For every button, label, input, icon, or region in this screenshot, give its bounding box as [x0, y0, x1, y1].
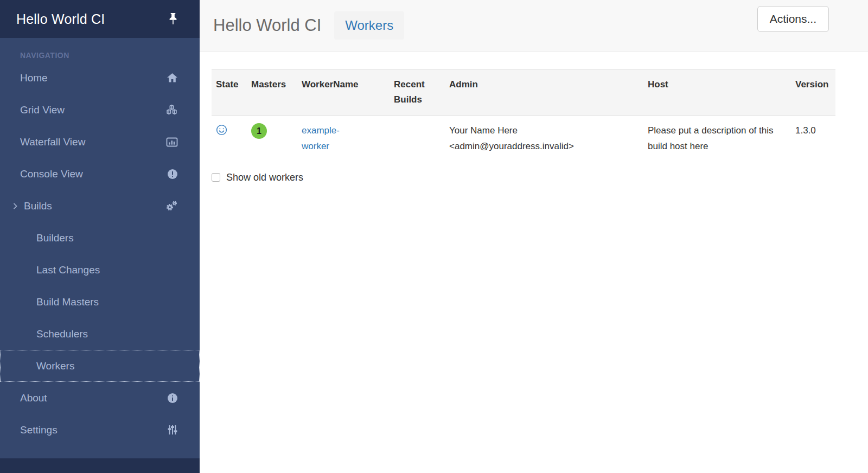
sidebar-item-workers[interactable]: Workers: [0, 350, 200, 382]
col-header-admin: Admin: [445, 69, 643, 116]
sidebar-item-home[interactable]: Home: [0, 62, 200, 94]
sidebar-nav: NAVIGATION Home Grid View Waterf: [0, 38, 200, 458]
worker-connected-smiley-icon: [216, 124, 227, 141]
sidebar: Hello World CI NAVIGATION Home Grid V: [0, 0, 200, 473]
masters-count-badge: 1: [251, 123, 267, 139]
sidebar-item-grid-view[interactable]: Grid View: [0, 94, 200, 126]
worker-host-cell: Please put a description of this build h…: [643, 116, 791, 162]
table-row: 1 example-worker Your Name Here <admin@y…: [212, 116, 835, 162]
col-header-version: Version: [791, 69, 835, 116]
page-title: Hello World CI: [213, 16, 321, 35]
worker-masters-cell: 1: [247, 116, 297, 162]
content: State Masters WorkerName Recent Builds A…: [200, 52, 868, 183]
sidebar-item-label: Schedulers: [36, 328, 88, 340]
sidebar-item-label: Waterfall View: [20, 136, 85, 148]
worker-admin-cell: Your Name Here <admin@youraddress.invali…: [445, 116, 643, 162]
worker-name-cell: example-worker: [297, 116, 390, 162]
sidebar-item-label: Settings: [20, 424, 58, 436]
show-old-workers-label: Show old workers: [226, 172, 303, 183]
col-header-host: Host: [643, 69, 791, 116]
table-header-row: State Masters WorkerName Recent Builds A…: [212, 69, 835, 116]
sidebar-item-waterfall-view[interactable]: Waterfall View: [0, 126, 200, 158]
sidebar-brand[interactable]: Hello World CI: [16, 11, 105, 27]
show-old-workers-checkbox[interactable]: [212, 173, 220, 182]
sidebar-item-label: Last Changes: [36, 264, 100, 276]
topbar: Hello World CI Workers Actions...: [200, 0, 868, 52]
sidebar-item-build-masters[interactable]: Build Masters: [0, 286, 200, 318]
app-window: Hello World CI NAVIGATION Home Grid V: [0, 0, 868, 473]
col-header-workername: WorkerName: [297, 69, 390, 116]
worker-name-link[interactable]: example-worker: [302, 123, 356, 155]
sliders-icon: [167, 424, 178, 436]
sidebar-item-label: Home: [20, 72, 48, 84]
home-icon: [167, 72, 178, 84]
worker-version-cell: 1.3.0: [791, 116, 835, 162]
sidebar-header: Hello World CI: [0, 0, 200, 38]
pin-icon[interactable]: [167, 12, 179, 26]
sidebar-item-about[interactable]: About: [0, 382, 200, 414]
exclamation-circle-icon: [167, 169, 178, 180]
sidebar-item-console-view[interactable]: Console View: [0, 158, 200, 190]
sidebar-item-label: Workers: [36, 360, 74, 372]
breadcrumb-workers[interactable]: Workers: [334, 11, 404, 40]
sidebar-item-settings[interactable]: Settings: [0, 414, 200, 446]
nav-section-label: NAVIGATION: [0, 41, 200, 62]
sidebar-item-schedulers[interactable]: Schedulers: [0, 318, 200, 350]
bar-chart-icon: [166, 137, 178, 148]
cogs-icon: [165, 200, 178, 212]
sidebar-item-builders[interactable]: Builders: [0, 222, 200, 254]
cubes-icon: [165, 104, 178, 116]
worker-state-cell: [212, 116, 247, 162]
sidebar-item-label: About: [20, 392, 47, 404]
workers-table: State Masters WorkerName Recent Builds A…: [212, 69, 835, 162]
chevron-right-icon: [12, 202, 18, 210]
sidebar-item-builds[interactable]: Builds: [0, 190, 200, 222]
actions-button[interactable]: Actions...: [757, 6, 829, 32]
sidebar-item-label: Console View: [20, 168, 83, 180]
col-header-recent-builds: Recent Builds: [390, 69, 445, 116]
info-circle-icon: [167, 393, 178, 404]
col-header-state: State: [212, 69, 247, 116]
sidebar-item-label: Grid View: [20, 104, 65, 116]
main-area: Hello World CI Workers Actions... State …: [200, 0, 868, 473]
sidebar-item-label: Build Masters: [36, 296, 99, 308]
sidebar-item-label: Builds: [24, 200, 52, 212]
sidebar-item-last-changes[interactable]: Last Changes: [0, 254, 200, 286]
show-old-workers-control[interactable]: Show old workers: [212, 172, 303, 183]
sidebar-item-label: Builders: [36, 232, 74, 244]
worker-recent-builds-cell: [390, 116, 445, 162]
sidebar-footer: [0, 458, 200, 473]
col-header-masters: Masters: [247, 69, 297, 116]
